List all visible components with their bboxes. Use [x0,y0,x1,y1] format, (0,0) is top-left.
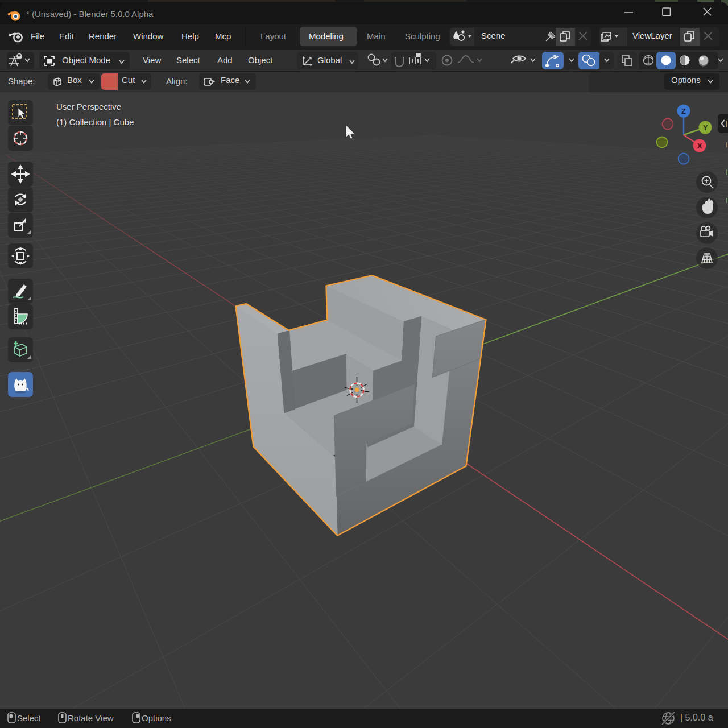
svg-text:X: X [697,142,702,150]
svg-text:Z: Z [681,107,686,115]
svg-text:Y: Y [703,123,708,132]
